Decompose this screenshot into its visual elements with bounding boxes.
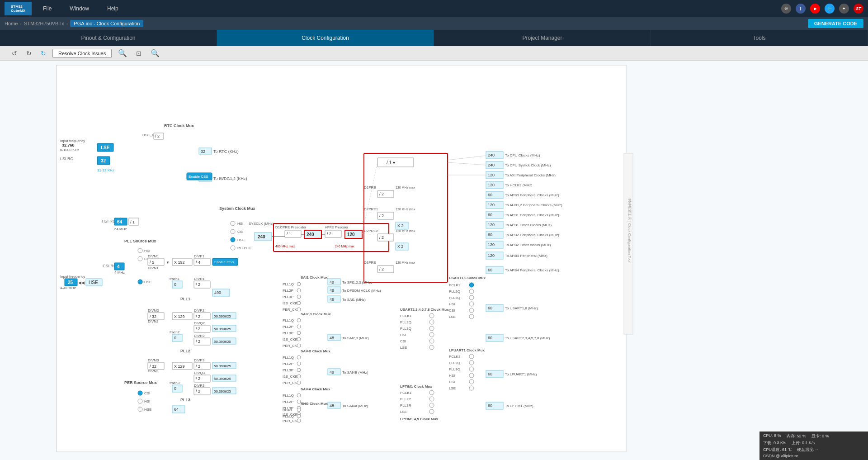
svg-text:120 MHz max: 120 MHz max [396, 229, 415, 232]
menu-help[interactable]: Help [105, 3, 121, 14]
undo-button[interactable]: ↺ [9, 49, 20, 58]
svg-text:120: 120 [488, 223, 495, 227]
cpu-status: CPU: 8 % [763, 433, 781, 439]
svg-text:/ 2: / 2 [196, 389, 200, 394]
svg-text:To CPU Clocks (MHz): To CPU Clocks (MHz) [505, 153, 540, 157]
svg-text:64: 64 [174, 407, 179, 412]
tab-project[interactable]: Project Manager [434, 30, 651, 46]
svg-text:To DFSDM ACLK (MHz): To DFSDM ACLK (MHz) [342, 289, 381, 293]
breadcrumb-bar: Home › STM32H750VBTx › PGA.ioc - Clock C… [0, 17, 868, 30]
redo-button[interactable]: ↻ [24, 49, 34, 58]
toolbar: ↺ ↻ ↻ Resolve Clock Issues 🔍 ⊡ 🔍 [0, 46, 868, 61]
svg-text:240: 240 [258, 234, 265, 239]
facebook-icon[interactable]: f [796, 4, 806, 14]
svg-text:D1CPRE Prescaler: D1CPRE Prescaler [275, 225, 307, 229]
svg-text:PLL2: PLL2 [180, 349, 190, 353]
svg-text:DIVN3: DIVN3 [148, 369, 159, 373]
svg-text:/ 4: / 4 [196, 260, 200, 265]
svg-text:To USART1,6 (MHz): To USART1,6 (MHz) [505, 306, 538, 310]
input-freq-label: Input frequency [60, 139, 85, 143]
zoom-in-button[interactable]: 🔍 [115, 48, 130, 58]
app-logo: STM32 CubeMX [5, 2, 32, 15]
svg-point-320 [297, 394, 301, 397]
svg-text:240: 240 [488, 153, 495, 157]
svg-text:PLL Source Mux: PLL Source Mux [124, 239, 156, 243]
svg-text:HSE: HSE [237, 238, 245, 242]
svg-point-298 [297, 337, 301, 341]
svg-text:CSI: CSI [400, 339, 406, 343]
svg-text:60: 60 [488, 213, 492, 217]
svg-text:480 MHz max: 480 MHz max [275, 245, 295, 248]
svg-text:PLL3Q: PLL3Q [449, 367, 460, 371]
site-label: CSDN @ aliipicture [763, 454, 798, 458]
cpu-temp-status: CPU温度: 61 ℃ [763, 447, 792, 453]
svg-text:PER Source Mux: PER Source Mux [124, 380, 157, 385]
clock-diagram-svg: Input frequency 32.768 0-1000 KHz LSE LS… [2, 63, 861, 460]
svg-text:PLL3P: PLL3P [283, 368, 293, 372]
svg-text:60: 60 [488, 193, 492, 197]
svg-text:SAI1 Clock Mux: SAI1 Clock Mux [301, 275, 328, 280]
svg-text:To LPUART1 (MHz): To LPUART1 (MHz) [505, 372, 537, 376]
svg-text:PLL3R: PLL3R [400, 403, 411, 408]
svg-text:HSI: HSI [144, 249, 150, 253]
svg-text:PLL1Q: PLL1Q [283, 318, 294, 322]
svg-text:LPTIM1 4,5 Clock Mux: LPTIM1 4,5 Clock Mux [400, 417, 439, 421]
generate-code-button[interactable]: GENERATE CODE [808, 19, 863, 28]
twitter-icon[interactable]: 🐦 [825, 4, 835, 14]
svg-text:LSE: LSE [400, 410, 407, 414]
svg-point-280 [297, 308, 301, 311]
breadcrumb-device[interactable]: STM32H750VBTx [24, 21, 64, 26]
svg-text:HSE: HSE [89, 280, 98, 285]
svg-text:/ 32: / 32 [150, 314, 156, 319]
svg-text:DIVN2: DIVN2 [148, 319, 159, 323]
tab-clock[interactable]: Clock Configuration [217, 30, 434, 46]
resolve-clock-button[interactable]: Resolve Clock Issues [52, 49, 112, 58]
svg-text:RNG Clock Mux: RNG Clock Mux [301, 402, 328, 406]
diagram-area[interactable]: Input frequency 32.768 0-1000 KHz LSE LS… [0, 61, 868, 460]
svg-point-251 [469, 379, 474, 384]
svg-text:PLL2Q: PLL2Q [449, 289, 460, 294]
svg-point-231 [429, 326, 434, 331]
svg-text:48: 48 [330, 370, 334, 375]
svg-text:fracn1: fracn1 [170, 277, 180, 281]
breadcrumb-home[interactable]: Home [5, 21, 18, 26]
tab-pinout[interactable]: Pinout & Configuration [0, 30, 217, 46]
svg-text:120: 120 [488, 173, 495, 177]
st-icon[interactable]: ST [854, 4, 863, 14]
svg-text:PER_CK: PER_CK [283, 419, 297, 423]
svg-point-308 [297, 362, 301, 365]
svg-text:PCLK3: PCLK3 [449, 355, 461, 359]
menu-window[interactable]: Window [67, 3, 91, 14]
svg-point-217 [469, 302, 474, 306]
svg-point-130 [231, 237, 235, 242]
zoom-out-button[interactable]: 🔍 [148, 48, 162, 58]
svg-text:HSE: HSE [144, 408, 151, 412]
svg-text:32: 32 [101, 158, 106, 163]
svg-text:System Clock Mux: System Clock Mux [219, 206, 255, 211]
refresh-button[interactable]: ↻ [38, 49, 49, 58]
svg-text:X 2: X 2 [397, 223, 404, 228]
top-bar: STM32 CubeMX File Window Help ⑩ f ▶ 🐦 ✦ … [0, 0, 868, 17]
youtube-icon[interactable]: ▶ [810, 4, 820, 14]
breadcrumb-page[interactable]: PGA.ioc - Clock Configuration [70, 20, 143, 27]
svg-text:LSI RC: LSI RC [60, 156, 74, 161]
svg-text:To APB1 Timer Clocks (MHz): To APB1 Timer Clocks (MHz) [505, 223, 552, 227]
svg-text:To SAI2,3 (MHz): To SAI2,3 (MHz) [342, 336, 369, 340]
svg-text:PER_CK: PER_CK [283, 381, 297, 385]
svg-point-121 [138, 407, 142, 412]
svg-text:48: 48 [330, 288, 334, 293]
fit-button[interactable]: ⊡ [133, 49, 144, 58]
tab-tools[interactable]: Tools [651, 30, 868, 46]
menu-file[interactable]: File [41, 3, 54, 14]
svg-text:Enable CSS: Enable CSS [214, 260, 234, 264]
svg-text:HSI: HSI [400, 333, 406, 337]
network-icon[interactable]: ✦ [839, 4, 849, 14]
svg-text:SAI4A Clock Mux: SAI4A Clock Mux [301, 387, 330, 391]
download-status: 下载: 0.3 K/s [763, 440, 786, 446]
svg-text:50.390625: 50.390625 [214, 377, 231, 381]
svg-point-227 [429, 313, 434, 318]
svg-text:USART1,6 Clock Mux: USART1,6 Clock Mux [449, 276, 486, 280]
svg-text:/ 1: / 1 [287, 232, 291, 236]
svg-text:时钟配置工具 | Clock Configuration T: 时钟配置工具 | Clock Configuration Tool [627, 199, 632, 262]
svg-text:PLL1Q: PLL1Q [283, 414, 294, 418]
